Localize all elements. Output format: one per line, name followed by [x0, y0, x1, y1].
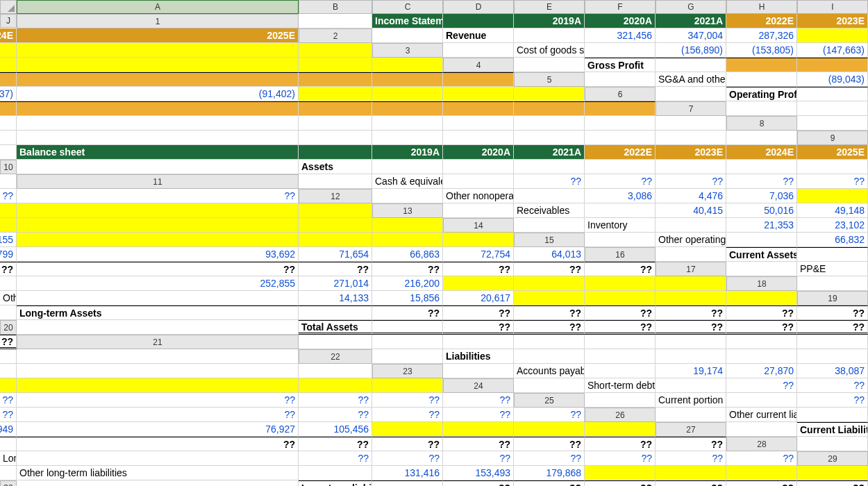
cell[interactable] [443, 174, 514, 189]
cell[interactable]: ?? [726, 451, 797, 466]
cell[interactable] [299, 58, 372, 72]
cell[interactable]: ?? [585, 480, 656, 486]
cell[interactable]: Income Statement [372, 14, 443, 28]
cell[interactable] [514, 87, 585, 101]
cell[interactable]: 2023E [797, 14, 868, 28]
col-header-B[interactable]: B [299, 0, 372, 14]
cell[interactable] [585, 233, 656, 247]
cell[interactable] [514, 58, 585, 72]
cell[interactable] [299, 101, 372, 116]
cell[interactable]: Liabilities [443, 349, 514, 364]
cell[interactable]: ?? [514, 305, 585, 320]
row-header[interactable]: 18 [726, 276, 797, 291]
cell[interactable]: ?? [585, 451, 656, 466]
cell[interactable] [372, 349, 443, 364]
cell[interactable] [443, 72, 514, 87]
cell[interactable]: 93,692 [17, 247, 299, 262]
cell[interactable]: 2020A [585, 14, 656, 28]
cell[interactable]: ?? [585, 305, 656, 320]
row-header[interactable]: 29 [797, 451, 868, 466]
cell[interactable] [585, 116, 656, 131]
cell[interactable] [299, 72, 372, 87]
cell[interactable] [656, 466, 726, 480]
col-header-E[interactable]: E [514, 0, 585, 14]
cell[interactable]: 15,856 [372, 291, 443, 305]
cell[interactable]: ?? [443, 305, 514, 320]
cell[interactable]: ?? [299, 393, 372, 408]
cell[interactable]: 2019A [514, 14, 585, 28]
cell[interactable] [0, 218, 17, 233]
row-header[interactable]: 13 [372, 203, 443, 218]
spreadsheet-grid[interactable]: A B C D E F G H I J 1 Income Statement 2… [0, 0, 868, 486]
cell[interactable]: ?? [726, 378, 797, 393]
cell[interactable]: ?? [797, 320, 868, 335]
cell[interactable] [726, 72, 797, 87]
cell[interactable] [372, 480, 443, 486]
cell[interactable]: ?? [17, 393, 299, 408]
cell[interactable] [656, 378, 726, 393]
cell[interactable] [726, 131, 797, 145]
row-header[interactable]: 19 [797, 291, 868, 305]
cell[interactable]: ?? [0, 189, 17, 203]
cell[interactable] [0, 131, 17, 145]
cell[interactable] [797, 160, 868, 174]
cell[interactable]: ?? [0, 408, 17, 422]
cell[interactable] [514, 131, 585, 145]
cell[interactable]: Long-term debt [0, 451, 17, 466]
cell[interactable]: ?? [585, 174, 656, 189]
cell[interactable] [443, 276, 514, 291]
cell[interactable] [17, 160, 299, 174]
cell[interactable] [726, 291, 797, 305]
cell[interactable] [585, 160, 656, 174]
cell[interactable] [372, 320, 443, 335]
cell[interactable]: Accounts payable [514, 364, 585, 378]
col-header-F[interactable]: F [585, 0, 656, 14]
cell[interactable] [17, 116, 299, 131]
cell[interactable] [514, 160, 585, 174]
cell[interactable]: ?? [443, 320, 514, 335]
cell[interactable] [443, 335, 514, 349]
cell[interactable]: 321,456 [585, 28, 656, 43]
row-header[interactable]: 10 [0, 160, 17, 174]
cell[interactable] [726, 393, 797, 408]
cell[interactable]: ?? [17, 437, 299, 451]
cell[interactable]: ?? [299, 262, 372, 276]
cell[interactable]: Other long-term liabilities [17, 466, 299, 480]
cell[interactable] [726, 335, 797, 349]
cell[interactable]: ?? [17, 262, 299, 276]
cell[interactable]: 72,754 [443, 247, 514, 262]
cell[interactable] [372, 131, 443, 145]
cell[interactable] [0, 466, 17, 480]
cell[interactable] [514, 101, 585, 116]
row-header[interactable]: 24 [443, 378, 514, 393]
cell[interactable]: 2025E [797, 145, 868, 160]
cell[interactable] [656, 160, 726, 174]
row-header[interactable]: 4 [443, 58, 514, 72]
cell[interactable]: ?? [585, 320, 656, 335]
cell[interactable] [726, 262, 797, 276]
cell[interactable] [797, 466, 868, 480]
cell[interactable] [585, 131, 656, 145]
cell[interactable]: 2024E [726, 145, 797, 160]
cell[interactable]: 38,087 [797, 364, 868, 378]
cell[interactable] [443, 203, 514, 218]
cell[interactable]: Total Assets [299, 320, 372, 335]
cell[interactable]: Long-term Assets [17, 305, 299, 320]
cell[interactable]: ?? [797, 378, 868, 393]
cell[interactable]: Current Assets [726, 247, 797, 262]
cell[interactable] [797, 116, 868, 131]
cell[interactable] [585, 422, 656, 437]
row-header[interactable]: 16 [585, 247, 656, 262]
cell[interactable]: ?? [514, 262, 585, 276]
cell[interactable]: 68,949 [0, 422, 17, 437]
cell[interactable] [514, 218, 585, 233]
cell[interactable]: ?? [0, 393, 17, 408]
cell[interactable] [797, 349, 868, 364]
cell[interactable]: Balance sheet [17, 145, 299, 160]
cell[interactable] [17, 43, 299, 58]
cell[interactable] [0, 349, 17, 364]
cell[interactable]: 287,326 [726, 28, 797, 43]
cell[interactable] [797, 247, 868, 262]
cell[interactable] [17, 203, 299, 218]
cell[interactable]: 2021A [514, 145, 585, 160]
